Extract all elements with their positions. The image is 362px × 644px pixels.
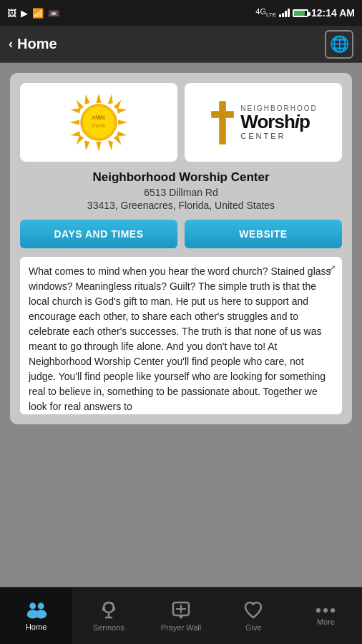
cross-icon	[209, 99, 236, 146]
sun-logo-box: nWc church	[20, 83, 177, 162]
svg-marker-8	[84, 94, 89, 104]
image-icon: 🖼	[7, 8, 16, 19]
give-heart-icon	[243, 600, 263, 620]
svg-marker-4	[77, 100, 84, 110]
tab-more[interactable]: More	[290, 587, 362, 644]
nav-title: Home	[17, 36, 57, 52]
svg-text:nWc: nWc	[92, 114, 106, 121]
data-type-icon: 4GLTE	[255, 7, 276, 18]
tab-prayer[interactable]: Prayer Wall	[145, 587, 217, 644]
svg-rect-32	[112, 607, 115, 611]
tab-more-label: More	[317, 618, 335, 626]
worship-logo: neighborhood Worship center	[203, 94, 323, 152]
worship-text: neighborhood Worship center	[240, 104, 317, 140]
days-times-button[interactable]: DAYS AND TIMES	[20, 220, 177, 248]
svg-marker-36	[178, 615, 184, 619]
svg-text:church: church	[92, 123, 106, 128]
status-time: 12:14 AM	[311, 7, 355, 19]
back-arrow-icon: ‹	[9, 36, 13, 52]
signal-icon	[279, 9, 290, 17]
globe-button[interactable]: 🌐	[325, 30, 353, 59]
tab-home-label: Home	[26, 623, 47, 631]
description-text: What comes to mind when you hear the wor…	[29, 265, 331, 412]
svg-marker-1	[96, 142, 101, 152]
church-name: Neighborhood Worship Center	[20, 170, 342, 185]
globe-icon: 🌐	[330, 35, 349, 54]
svg-marker-7	[114, 135, 122, 145]
worship-logo-box: neighborhood Worship center	[185, 83, 342, 162]
main-content: nWc church ne	[0, 63, 362, 587]
voicemail-icon: 📼	[48, 8, 59, 19]
svg-marker-5	[114, 100, 122, 110]
more-dots-icon	[315, 606, 336, 615]
svg-marker-6	[77, 135, 84, 145]
svg-marker-13	[117, 132, 127, 137]
tab-give[interactable]: Give	[217, 587, 290, 644]
church-address1: 6513 Dillman Rd	[20, 187, 342, 198]
status-bar: 🖼 ▶ 📶 📼 4GLTE 12:14 AM	[0, 0, 362, 26]
tab-give-label: Give	[245, 623, 262, 632]
battery-icon	[293, 9, 308, 17]
church-address2: 33413, Greenacres, Florida, United State…	[20, 200, 342, 211]
svg-marker-14	[84, 140, 89, 150]
svg-point-17	[83, 107, 114, 137]
sun-logo-svg: nWc church	[67, 90, 131, 155]
tab-sermons-label: Sermons	[93, 623, 124, 632]
svg-point-37	[316, 608, 321, 612]
action-buttons: DAYS AND TIMES WEBSITE	[20, 220, 342, 248]
svg-marker-11	[70, 132, 80, 137]
sermons-icon	[99, 600, 119, 620]
svg-point-38	[323, 608, 328, 612]
svg-point-26	[37, 602, 44, 609]
tab-sermons[interactable]: Sermons	[72, 587, 145, 644]
svg-marker-9	[108, 94, 113, 104]
svg-marker-2	[70, 119, 80, 125]
top-nav: ‹ Home 🌐	[0, 26, 362, 63]
wifi-icon: 📶	[32, 8, 44, 19]
svg-point-24	[29, 602, 36, 609]
tab-home[interactable]: Home	[0, 587, 72, 644]
status-right-icons: 4GLTE 12:14 AM	[255, 7, 355, 19]
play-icon: ▶	[21, 8, 28, 19]
tab-prayer-label: Prayer Wall	[161, 623, 201, 632]
svg-point-39	[331, 608, 335, 612]
prayer-wall-icon	[171, 600, 191, 620]
status-left-icons: 🖼 ▶ 📶 📼	[7, 8, 59, 19]
svg-marker-15	[108, 140, 113, 150]
svg-rect-23	[212, 112, 233, 117]
svg-rect-31	[102, 607, 105, 611]
back-button[interactable]: ‹ Home	[9, 36, 57, 52]
svg-marker-10	[70, 108, 80, 113]
svg-rect-22	[220, 102, 225, 144]
svg-point-27	[35, 610, 47, 618]
svg-marker-3	[118, 119, 128, 125]
tab-bar: Home Sermons Prayer Wall Give	[0, 587, 362, 644]
logo-section: nWc church ne	[20, 83, 342, 162]
description-box[interactable]: ⤢ What comes to mind when you hear the w…	[20, 257, 342, 414]
home-people-icon	[25, 601, 48, 620]
church-card: nWc church ne	[10, 73, 352, 424]
svg-marker-0	[96, 94, 101, 104]
expand-icon[interactable]: ⤢	[328, 261, 336, 276]
svg-marker-12	[117, 108, 127, 113]
website-button[interactable]: WEBSITE	[185, 220, 342, 248]
